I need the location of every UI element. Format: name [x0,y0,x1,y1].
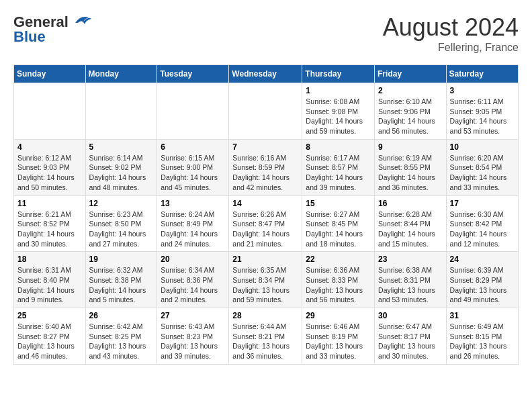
day-number: 3 [450,86,515,95]
day-info: Sunrise: 6:20 AMSunset: 8:54 PMDaylight:… [450,153,515,193]
day-number: 16 [378,199,443,208]
calendar-cell-19: 15Sunrise: 6:27 AMSunset: 8:45 PMDayligh… [302,195,375,252]
day-number: 4 [17,142,82,152]
day-info: Sunrise: 6:39 AMSunset: 8:29 PMDaylight:… [450,265,515,305]
calendar-cell-11: 7Sunrise: 6:16 AMSunset: 8:59 PMDaylight… [229,139,302,195]
day-number: 20 [161,255,225,264]
day-info: Sunrise: 6:23 AMSunset: 8:50 PMDaylight:… [89,210,154,249]
page-header: General Blue August 2024 Fellering, Fran… [13,13,519,54]
day-info: Sunrise: 6:11 AMSunset: 9:05 PMDaylight:… [450,97,515,136]
calendar-week-1: 1Sunrise: 6:08 AMSunset: 9:08 PMDaylight… [14,83,519,140]
day-number: 17 [450,199,515,208]
location-subtitle: Fellering, France [383,42,519,54]
day-info: Sunrise: 6:38 AMSunset: 8:31 PMDaylight:… [378,265,443,305]
weekday-header-friday: Friday [375,65,447,83]
day-number: 14 [232,199,298,208]
day-info: Sunrise: 6:19 AMSunset: 8:55 PMDaylight:… [378,153,443,193]
calendar-cell-1 [14,83,86,140]
day-info: Sunrise: 6:26 AMSunset: 8:47 PMDaylight:… [232,210,298,249]
calendar-cell-5: 1Sunrise: 6:08 AMSunset: 9:08 PMDaylight… [302,83,375,140]
day-number: 21 [232,255,298,264]
day-number: 11 [17,199,82,208]
day-info: Sunrise: 6:21 AMSunset: 8:52 PMDaylight:… [17,210,82,249]
calendar-cell-20: 16Sunrise: 6:28 AMSunset: 8:44 PMDayligh… [375,195,447,252]
calendar-cell-23: 19Sunrise: 6:32 AMSunset: 8:38 PMDayligh… [85,252,157,308]
day-number: 25 [17,311,82,320]
day-number: 9 [378,142,443,152]
day-number: 29 [306,311,371,320]
day-info: Sunrise: 6:10 AMSunset: 9:06 PMDaylight:… [378,97,443,136]
day-number: 26 [89,311,154,320]
day-number: 5 [89,142,154,152]
day-info: Sunrise: 6:36 AMSunset: 8:33 PMDaylight:… [306,265,371,305]
day-info: Sunrise: 6:46 AMSunset: 8:19 PMDaylight:… [306,322,371,361]
day-info: Sunrise: 6:12 AMSunset: 9:03 PMDaylight:… [17,153,82,193]
weekday-header-monday: Monday [85,65,157,83]
calendar-cell-7: 3Sunrise: 6:11 AMSunset: 9:05 PMDaylight… [446,83,518,140]
calendar-cell-2 [85,83,157,140]
calendar-cell-31: 27Sunrise: 6:43 AMSunset: 8:23 PMDayligh… [157,308,229,365]
calendar-cell-14: 10Sunrise: 6:20 AMSunset: 8:54 PMDayligh… [446,139,518,195]
day-number: 2 [378,86,443,95]
day-info: Sunrise: 6:28 AMSunset: 8:44 PMDaylight:… [378,210,443,249]
calendar-cell-15: 11Sunrise: 6:21 AMSunset: 8:52 PMDayligh… [14,195,86,252]
calendar-table: SundayMondayTuesdayWednesdayThursdayFrid… [13,64,519,365]
calendar-cell-3 [157,83,229,140]
day-info: Sunrise: 6:16 AMSunset: 8:59 PMDaylight:… [232,153,298,193]
day-info: Sunrise: 6:43 AMSunset: 8:23 PMDaylight:… [161,322,225,361]
calendar-cell-21: 17Sunrise: 6:30 AMSunset: 8:42 PMDayligh… [446,195,518,252]
weekday-header-saturday: Saturday [446,65,518,83]
day-number: 23 [378,255,443,264]
calendar-week-2: 4Sunrise: 6:12 AMSunset: 9:03 PMDaylight… [14,139,519,195]
calendar-body: 1Sunrise: 6:08 AMSunset: 9:08 PMDaylight… [14,83,519,365]
calendar-week-4: 18Sunrise: 6:31 AMSunset: 8:40 PMDayligh… [14,252,519,308]
day-info: Sunrise: 6:17 AMSunset: 8:57 PMDaylight:… [306,153,371,193]
day-number: 22 [306,255,371,264]
day-number: 24 [450,255,515,264]
calendar-cell-10: 6Sunrise: 6:15 AMSunset: 9:00 PMDaylight… [157,139,229,195]
calendar-cell-12: 8Sunrise: 6:17 AMSunset: 8:57 PMDaylight… [302,139,375,195]
day-info: Sunrise: 6:08 AMSunset: 9:08 PMDaylight:… [306,97,371,136]
day-number: 28 [232,311,298,320]
day-number: 31 [450,311,515,320]
month-year-title: August 2024 [383,13,519,42]
day-number: 10 [450,142,515,152]
calendar-cell-30: 26Sunrise: 6:42 AMSunset: 8:25 PMDayligh… [85,308,157,365]
calendar-cell-4 [229,83,302,140]
day-info: Sunrise: 6:35 AMSunset: 8:34 PMDaylight:… [232,265,298,305]
calendar-week-3: 11Sunrise: 6:21 AMSunset: 8:52 PMDayligh… [14,195,519,252]
logo-blue-text: Blue [13,28,46,46]
day-number: 12 [89,199,154,208]
weekday-header-wednesday: Wednesday [229,65,302,83]
calendar-header-row: SundayMondayTuesdayWednesdayThursdayFrid… [14,65,519,83]
day-number: 7 [232,142,298,152]
day-info: Sunrise: 6:40 AMSunset: 8:27 PMDaylight:… [17,322,82,361]
day-number: 27 [161,311,225,320]
calendar-cell-17: 13Sunrise: 6:24 AMSunset: 8:49 PMDayligh… [157,195,229,252]
calendar-cell-8: 4Sunrise: 6:12 AMSunset: 9:03 PMDaylight… [14,139,86,195]
logo: General Blue [13,13,91,46]
calendar-cell-13: 9Sunrise: 6:19 AMSunset: 8:55 PMDaylight… [375,139,447,195]
day-info: Sunrise: 6:49 AMSunset: 8:15 PMDaylight:… [450,322,515,361]
day-info: Sunrise: 6:42 AMSunset: 8:25 PMDaylight:… [89,322,154,361]
calendar-cell-9: 5Sunrise: 6:14 AMSunset: 9:02 PMDaylight… [85,139,157,195]
day-number: 19 [89,255,154,264]
day-info: Sunrise: 6:27 AMSunset: 8:45 PMDaylight:… [306,210,371,249]
weekday-header-thursday: Thursday [302,65,375,83]
calendar-cell-22: 18Sunrise: 6:31 AMSunset: 8:40 PMDayligh… [14,252,86,308]
day-info: Sunrise: 6:14 AMSunset: 9:02 PMDaylight:… [89,153,154,193]
calendar-cell-16: 12Sunrise: 6:23 AMSunset: 8:50 PMDayligh… [85,195,157,252]
day-info: Sunrise: 6:30 AMSunset: 8:42 PMDaylight:… [450,210,515,249]
day-number: 30 [378,311,443,320]
day-info: Sunrise: 6:15 AMSunset: 9:00 PMDaylight:… [161,153,225,193]
day-number: 6 [161,142,225,152]
day-info: Sunrise: 6:31 AMSunset: 8:40 PMDaylight:… [17,265,82,305]
day-info: Sunrise: 6:24 AMSunset: 8:49 PMDaylight:… [161,210,225,249]
calendar-cell-26: 22Sunrise: 6:36 AMSunset: 8:33 PMDayligh… [302,252,375,308]
day-info: Sunrise: 6:44 AMSunset: 8:21 PMDaylight:… [232,322,298,361]
calendar-week-5: 25Sunrise: 6:40 AMSunset: 8:27 PMDayligh… [14,308,519,365]
calendar-cell-33: 29Sunrise: 6:46 AMSunset: 8:19 PMDayligh… [302,308,375,365]
calendar-cell-32: 28Sunrise: 6:44 AMSunset: 8:21 PMDayligh… [229,308,302,365]
weekday-header-sunday: Sunday [14,65,86,83]
day-info: Sunrise: 6:47 AMSunset: 8:17 PMDaylight:… [378,322,443,361]
